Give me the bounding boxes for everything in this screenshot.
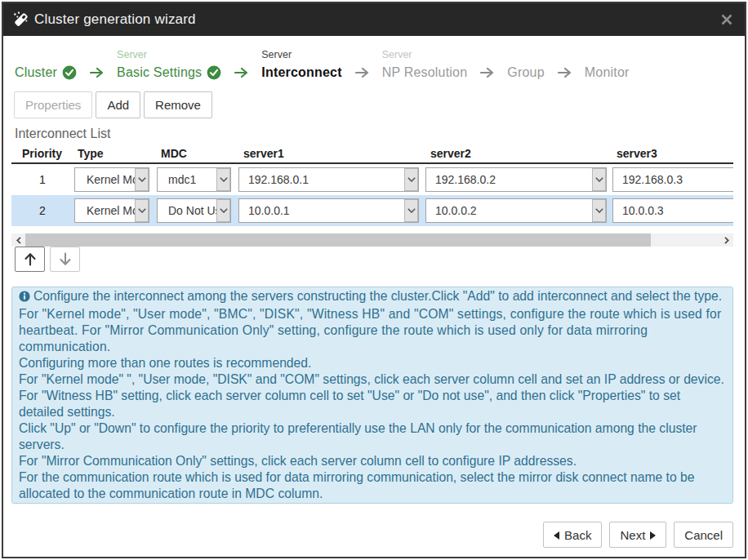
interconnect-row-1[interactable]: 1 Kernel Mode mdc1 192.168.0.1 192.168.0… (11, 164, 733, 195)
wizard-wand-icon (13, 11, 29, 28)
column-header-priority: Priority (22, 147, 62, 160)
step-basic-settings: Server Basic Settings (117, 50, 221, 82)
info-line: For "Witness HB" setting, click each ser… (19, 388, 726, 420)
step-arrow-icon (480, 67, 494, 78)
next-triangle-icon (650, 528, 656, 542)
mdc-select[interactable]: Do Not Use (157, 198, 231, 223)
step-arrow-icon (90, 67, 104, 78)
move-up-button[interactable] (15, 247, 45, 272)
type-select[interactable]: Kernel Mode (74, 167, 149, 192)
scrollbar-thumb[interactable] (25, 233, 651, 247)
remove-button[interactable]: Remove (144, 91, 212, 118)
back-triangle-icon (554, 528, 559, 542)
info-icon (19, 290, 30, 306)
cluster-generation-wizard-dialog: Cluster generation wizard Cluster Server… (2, 2, 746, 558)
select-dropdown-icon[interactable] (404, 199, 418, 222)
move-down-button[interactable] (50, 247, 80, 272)
info-line: For "Mirror Communication Only" settings… (19, 453, 726, 469)
wizard-steps: Cluster Server Basic Settings Serv (15, 47, 630, 82)
info-box: Configure the interconnect among the ser… (11, 287, 733, 504)
server2-select[interactable]: 10.0.0.2 (425, 198, 607, 223)
properties-button[interactable]: Properties (14, 91, 92, 118)
info-line: For the communication route which is use… (19, 469, 726, 502)
check-icon (207, 65, 221, 80)
check-icon (62, 65, 77, 80)
info-line: For "Kernel mode" ", "User mode, "DISK" … (19, 371, 726, 388)
next-button[interactable]: Next (609, 522, 666, 548)
server1-select[interactable]: 10.0.0.1 (238, 198, 419, 223)
list-toolbar: Properties Add Remove (14, 91, 212, 118)
step-monitor: Monitor (585, 50, 630, 82)
dialog-title: Cluster generation wizard (34, 11, 196, 28)
back-button[interactable]: Back (543, 522, 602, 548)
add-button[interactable]: Add (96, 91, 140, 118)
step-arrow-icon (355, 67, 369, 78)
column-header-server3: server3 (617, 147, 657, 160)
step-arrow-icon (234, 67, 248, 78)
info-line: Configuring more than one routes is reco… (19, 355, 726, 371)
server1-select[interactable]: 192.168.0.1 (238, 167, 419, 192)
select-dropdown-icon[interactable] (135, 199, 149, 222)
select-dropdown-icon[interactable] (216, 168, 230, 191)
step-np-resolution: Server NP Resolution (382, 50, 468, 82)
select-dropdown-icon[interactable] (404, 168, 418, 191)
column-header-server2: server2 (430, 147, 471, 160)
horizontal-scrollbar[interactable] (11, 233, 733, 247)
interconnect-table-header: Priority Type MDC server1 server2 server… (11, 147, 733, 162)
mdc-select[interactable]: mdc1 (157, 167, 231, 192)
cancel-button[interactable]: Cancel (674, 522, 733, 548)
step-cluster: Cluster (15, 50, 77, 82)
server3-select[interactable]: 192.168.0.3 (612, 167, 733, 192)
info-line: For "Kernel mode", "User mode", "BMC", "… (19, 306, 726, 355)
column-header-mdc: MDC (161, 147, 187, 160)
step-arrow-icon (558, 67, 572, 78)
interconnect-list-title: Interconnect List (15, 127, 110, 141)
scroll-left-icon[interactable] (11, 233, 25, 247)
priority-cell: 2 (11, 195, 73, 226)
dialog-titlebar: Cluster generation wizard (3, 3, 745, 36)
interconnect-table-body: 1 Kernel Mode mdc1 192.168.0.1 192.168.0… (11, 164, 733, 227)
info-line: Configure the interconnect among the ser… (19, 288, 726, 306)
select-dropdown-icon[interactable] (592, 199, 606, 222)
select-dropdown-icon[interactable] (592, 168, 606, 191)
server2-select[interactable]: 192.168.0.2 (425, 167, 607, 192)
select-dropdown-icon[interactable] (216, 199, 230, 222)
close-icon[interactable] (716, 9, 737, 30)
info-line: Click "Up" or "Down" to configure the pr… (19, 420, 726, 453)
step-interconnect: Server Interconnect (261, 50, 341, 82)
select-dropdown-icon[interactable] (135, 168, 149, 191)
scroll-right-icon[interactable] (719, 233, 733, 247)
type-select[interactable]: Kernel Mode (74, 198, 149, 223)
step-group: Group (507, 50, 544, 82)
server3-select[interactable]: 10.0.0.3 (612, 198, 733, 223)
footer-buttons: Back Next Cancel (11, 522, 733, 548)
column-header-type: Type (78, 147, 104, 160)
priority-cell: 1 (11, 164, 73, 195)
column-header-server1: server1 (243, 147, 284, 160)
interconnect-row-2[interactable]: 2 Kernel Mode Do Not Use 10.0.0.1 10.0.0… (11, 195, 733, 226)
